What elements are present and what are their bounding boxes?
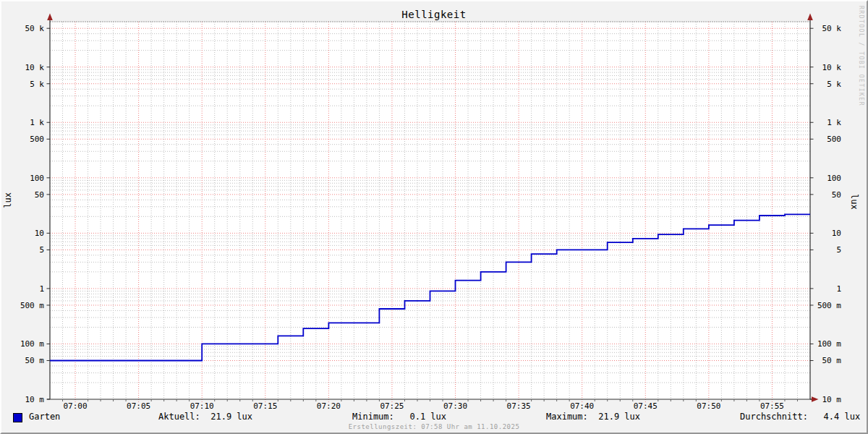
- y-tick-label-left: 100: [30, 174, 44, 183]
- y-tick-labels-right: 50 k10 k5 k1 k500100501051500 m100 m50 m…: [817, 24, 841, 404]
- x-tick-label: 07:55: [760, 401, 784, 411]
- y-tick-label-left: 500 m: [20, 301, 44, 310]
- x-tick-label: 07:25: [380, 401, 404, 411]
- legend-color-swatch: [13, 413, 22, 422]
- legend-series-label: Garten: [29, 412, 60, 422]
- y-tick-label-right: 100 m: [817, 339, 841, 349]
- x-tick-label: 07:00: [63, 401, 87, 411]
- y-tick-label-right: 500 m: [817, 301, 841, 310]
- x-tick-label: 07:15: [253, 401, 277, 411]
- y-tick-label-right: 100: [827, 174, 841, 183]
- y-tick-label-right: 50 m: [822, 356, 842, 365]
- y-tick-label-left: 10 m: [25, 395, 45, 404]
- y-tick-label-left: 50 m: [25, 356, 45, 365]
- y-tick-label-right: 1 k: [827, 118, 841, 127]
- y-axis-arrow-right: [807, 14, 813, 21]
- y-tick-labels-left: 50 k10 k5 k1 k500100501051500 m100 m50 m…: [20, 24, 44, 404]
- y-tick-label-left: 10 k: [25, 63, 45, 72]
- y-tick-label-left: 5 k: [30, 80, 44, 89]
- rrd-graph: Helligkeit lux lux RRDTOOL / TOBI OETIKE…: [0, 0, 868, 434]
- y-tick-label-right: 10: [832, 229, 841, 238]
- y-tick-label-right: 5 k: [827, 80, 841, 89]
- x-axis-arrow: [812, 396, 819, 402]
- y-tick-label-left: 100 m: [20, 339, 44, 349]
- y-tick-label-right: 50: [832, 190, 841, 200]
- y-tick-label-left: 10: [35, 229, 44, 238]
- y-tick-label-left: 50 k: [25, 24, 45, 33]
- y-tick-label-left: 500: [30, 135, 44, 144]
- x-tick-label: 07:05: [127, 401, 150, 411]
- x-tick-label: 07:45: [634, 401, 658, 411]
- y-tick-label-left: 5: [39, 245, 44, 255]
- stat-aktuell: Aktuell: 21.9 lux: [158, 412, 252, 422]
- y-tick-label-left: 1: [39, 284, 44, 294]
- x-tick-label: 07:20: [317, 401, 341, 411]
- x-tick-label: 07:50: [697, 401, 720, 411]
- x-tick-label: 07:35: [507, 401, 531, 411]
- y-tick-label-right: 10 m: [822, 395, 842, 404]
- x-tick-label: 07:30: [443, 401, 467, 411]
- y-tick-label-right: 500: [827, 135, 841, 144]
- y-tick-label-left: 1 k: [30, 118, 44, 127]
- y-tick-label-left: 50: [35, 190, 44, 200]
- legend-row: Garten Aktuell: 21.9 lux Minimum: 0.1 lu…: [1, 412, 867, 423]
- y-tick-label-right: 1: [836, 284, 841, 294]
- footer-creation-time: Erstellungszeit: 07:58 Uhr am 11.10.2025: [1, 423, 867, 430]
- stat-maximum: Maximum: 21.9 lux: [546, 412, 640, 422]
- x-tick-labels: 07:0007:0507:1007:1507:2007:2507:3007:35…: [63, 401, 784, 411]
- stat-minimum: Minimum: 0.1 lux: [352, 412, 446, 422]
- y-tick-label-right: 5: [836, 245, 841, 255]
- x-tick-label: 07:10: [190, 401, 214, 411]
- stat-durchschnitt: Durchschnitt: 4.4 lux: [740, 412, 860, 422]
- chart-plot-area: 07:0007:0507:1007:1507:2007:2507:3007:35…: [1, 1, 868, 434]
- y-tick-label-right: 50 k: [822, 24, 842, 33]
- y-tick-label-right: 10 k: [822, 63, 842, 72]
- x-tick-label: 07:40: [570, 401, 594, 411]
- y-axis-arrow-left: [47, 14, 53, 21]
